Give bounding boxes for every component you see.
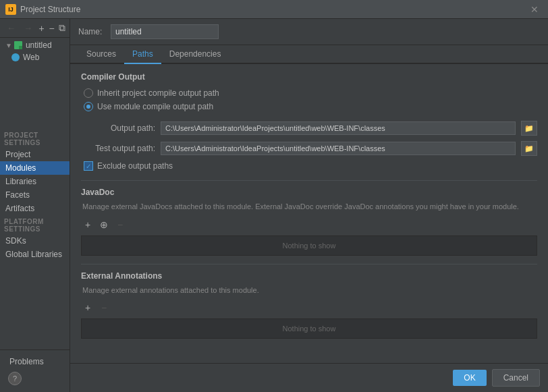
external-annotations-empty-label: Nothing to show [81,318,537,339]
ext-ann-add-button[interactable]: + [81,301,94,314]
radio-inherit[interactable]: Inherit project compile output path [84,88,537,98]
app-icon: IJ [5,4,16,15]
tab-paths[interactable]: Paths [124,45,161,64]
radio-group: Inherit project compile output path Use … [81,88,537,111]
nav-facets[interactable]: Facets [0,188,70,202]
sidebar-bottom: Problems ? [0,349,70,392]
exclude-checkbox[interactable] [84,161,93,171]
nav-problems[interactable]: Problems [4,354,65,369]
copy-button[interactable]: ⧉ [58,22,65,34]
cancel-button[interactable]: Cancel [492,369,540,387]
window-title: Project Structure [20,5,526,14]
sidebar: ← → + − ⧉ ▼ untitled Web Pro [0,19,70,392]
ext-ann-remove-button[interactable]: − [97,301,111,314]
nav-global-libraries[interactable]: Global Libraries [0,248,70,261]
javadoc-add-url-button[interactable]: ⊕ [97,218,111,231]
tree-root-label: untitled [26,40,52,50]
exclude-checkbox-row: Exclude output paths [81,161,537,171]
content-area: Name: Sources Paths Dependencies Compile… [70,19,548,392]
bottom-bar: OK Cancel [70,363,548,392]
content-scroll: Compiler Output Inherit project compile … [70,64,548,363]
output-path-row: Output path: 📁 [81,121,537,136]
test-output-path-row: Test output path: 📁 [81,141,537,156]
radio-inherit-circle [84,88,93,98]
nav-sdks[interactable]: SDKs [0,234,70,248]
compiler-output-heading: Compiler Output [81,72,537,82]
add-button[interactable]: + [38,22,45,34]
divider-2 [81,264,537,264]
main-container: ← → + − ⧉ ▼ untitled Web Pro [0,19,548,392]
nav-libraries[interactable]: Libraries [0,175,70,188]
test-output-path-browse-button[interactable]: 📁 [521,141,537,156]
project-settings-section: Project Settings [0,129,70,148]
forward-button[interactable]: → [21,22,35,34]
divider-1 [81,180,537,181]
platform-settings-section: Platform Settings [0,215,70,234]
output-path-browse-button[interactable]: 📁 [521,121,537,136]
radio-use-module-label: Use module compile output path [97,102,213,111]
output-path-input[interactable] [161,121,516,135]
radio-use-module[interactable]: Use module compile output path [84,102,537,111]
javadoc-remove-button[interactable]: − [113,218,127,231]
title-bar: IJ Project Structure ✕ [0,0,548,19]
external-annotations-heading[interactable]: External Annotations [81,271,537,281]
external-annotations-section: External Annotations Manage external ann… [81,271,537,339]
test-output-path-input[interactable] [161,142,516,155]
tree-root-item[interactable]: ▼ untitled [0,39,70,51]
external-annotations-toolbar: + − [81,301,537,314]
test-output-path-label: Test output path: [81,144,155,153]
tabs-bar: Sources Paths Dependencies [70,45,548,64]
javadoc-add-button[interactable]: + [81,218,94,231]
javadoc-section: JavaDoc Manage external JavaDocs attache… [81,188,537,256]
module-icon [13,40,23,50]
javadoc-heading[interactable]: JavaDoc [81,188,537,197]
javadoc-toolbar: + ⊕ − [81,218,537,231]
name-input[interactable] [111,24,219,39]
exclude-label: Exclude output paths [97,161,173,171]
tab-sources[interactable]: Sources [78,45,124,64]
external-annotations-description: Manage external annotations attached to … [81,285,537,296]
tree-child-item[interactable]: Web [0,51,70,63]
ok-button[interactable]: OK [453,370,486,386]
javadoc-empty-label: Nothing to show [81,235,537,256]
back-button[interactable]: ← [4,22,18,34]
javadoc-description: Manage external JavaDocs attached to thi… [81,201,537,213]
web-icon [11,53,20,62]
nav-artifacts[interactable]: Artifacts [0,202,70,215]
external-annotations-heading-text: External Annotations [81,271,162,281]
javadoc-heading-text: JavaDoc [81,188,114,197]
tab-dependencies[interactable]: Dependencies [161,45,229,64]
left-nav: Project Settings Project Modules Librari… [0,129,70,261]
radio-inherit-label: Inherit project compile output path [97,88,219,98]
close-button[interactable]: ✕ [526,3,543,16]
help-button[interactable]: ? [8,372,22,385]
tree-toolbar: ← → + − ⧉ [0,19,70,38]
nav-modules[interactable]: Modules [0,161,70,175]
output-path-label: Output path: [81,123,155,133]
tree-toggle-icon: ▼ [5,42,12,49]
name-label: Name: [78,27,105,36]
nav-project[interactable]: Project [0,148,70,161]
remove-button[interactable]: − [48,22,55,34]
radio-use-module-circle [84,102,93,111]
name-bar: Name: [70,19,548,45]
tree-child-label: Web [23,53,39,62]
tree-area: ▼ untitled Web [0,38,70,129]
